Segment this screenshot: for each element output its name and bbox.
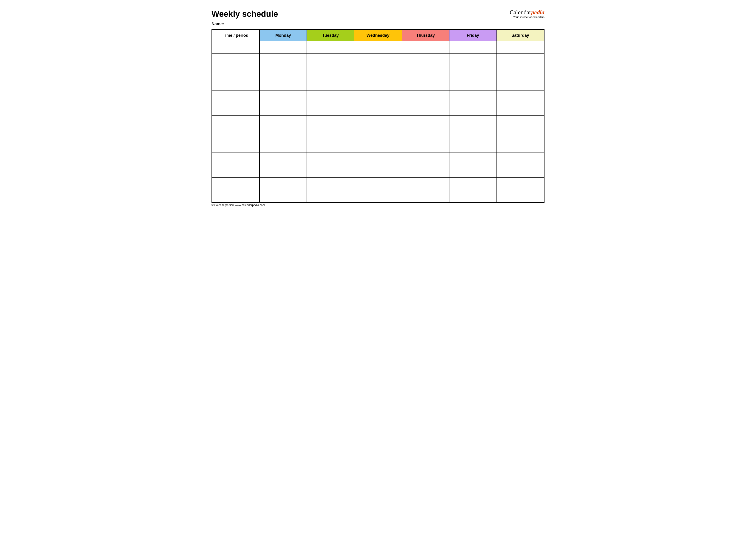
schedule-cell <box>402 165 449 178</box>
schedule-cell <box>354 91 402 103</box>
schedule-cell <box>307 53 354 66</box>
schedule-cell <box>449 116 497 128</box>
schedule-cell <box>497 128 544 140</box>
day-header-monday: Monday <box>259 30 307 41</box>
schedule-cell <box>402 103 449 116</box>
schedule-row <box>212 78 544 91</box>
schedule-cell <box>259 53 307 66</box>
schedule-row <box>212 140 544 153</box>
schedule-cell <box>402 128 449 140</box>
schedule-cell <box>259 140 307 153</box>
schedule-row <box>212 153 544 165</box>
schedule-cell <box>402 41 449 53</box>
schedule-cell <box>497 153 544 165</box>
schedule-cell <box>497 178 544 190</box>
schedule-cell <box>402 178 449 190</box>
schedule-row <box>212 190 544 202</box>
schedule-cell <box>402 190 449 202</box>
schedule-cell <box>307 66 354 78</box>
brand-logo: Calendarpedia Your source for calendars <box>509 9 544 19</box>
schedule-cell <box>354 165 402 178</box>
schedule-row <box>212 103 544 116</box>
day-header-wednesday: Wednesday <box>354 30 402 41</box>
time-cell <box>212 66 260 78</box>
schedule-cell <box>259 153 307 165</box>
schedule-cell <box>354 53 402 66</box>
schedule-cell <box>354 140 402 153</box>
schedule-table: Time / period MondayTuesdayWednesdayThur… <box>212 29 544 203</box>
schedule-cell <box>259 41 307 53</box>
schedule-cell <box>307 103 354 116</box>
schedule-cell <box>449 178 497 190</box>
schedule-cell <box>354 78 402 91</box>
schedule-cell <box>449 78 497 91</box>
time-cell <box>212 128 260 140</box>
logo-suffix: pedia <box>531 9 544 15</box>
schedule-row <box>212 66 544 78</box>
schedule-cell <box>354 103 402 116</box>
schedule-cell <box>402 140 449 153</box>
time-cell <box>212 91 260 103</box>
time-period-header: Time / period <box>212 30 260 41</box>
time-cell <box>212 78 260 91</box>
schedule-cell <box>449 165 497 178</box>
logo-tagline: Your source for calendars <box>509 16 544 19</box>
schedule-cell <box>449 53 497 66</box>
day-header-friday: Friday <box>449 30 497 41</box>
schedule-cell <box>449 41 497 53</box>
schedule-cell <box>402 78 449 91</box>
time-cell <box>212 140 260 153</box>
schedule-cell <box>307 165 354 178</box>
name-label: Name: <box>212 22 278 27</box>
schedule-row <box>212 128 544 140</box>
schedule-cell <box>259 190 307 202</box>
schedule-cell <box>497 140 544 153</box>
time-cell <box>212 53 260 66</box>
time-cell <box>212 103 260 116</box>
schedule-cell <box>307 91 354 103</box>
schedule-cell <box>497 165 544 178</box>
schedule-cell <box>259 165 307 178</box>
schedule-cell <box>449 190 497 202</box>
schedule-cell <box>497 91 544 103</box>
schedule-cell <box>259 116 307 128</box>
schedule-cell <box>497 66 544 78</box>
schedule-cell <box>449 140 497 153</box>
schedule-cell <box>497 190 544 202</box>
time-cell <box>212 41 260 53</box>
schedule-cell <box>307 78 354 91</box>
schedule-cell <box>497 53 544 66</box>
schedule-row <box>212 165 544 178</box>
schedule-cell <box>497 78 544 91</box>
schedule-cell <box>402 153 449 165</box>
logo-prefix: Calendar <box>509 9 531 15</box>
schedule-cell <box>354 178 402 190</box>
schedule-cell <box>354 153 402 165</box>
schedule-cell <box>307 153 354 165</box>
schedule-cell <box>449 91 497 103</box>
schedule-cell <box>402 66 449 78</box>
schedule-cell <box>307 128 354 140</box>
schedule-cell <box>307 116 354 128</box>
schedule-cell <box>354 116 402 128</box>
document-header: Weekly schedule Name: Calendarpedia Your… <box>212 9 544 27</box>
schedule-cell <box>354 66 402 78</box>
time-cell <box>212 190 260 202</box>
schedule-cell <box>497 41 544 53</box>
schedule-row <box>212 178 544 190</box>
schedule-cell <box>259 78 307 91</box>
schedule-cell <box>259 66 307 78</box>
schedule-cell <box>402 91 449 103</box>
footer-copyright: © Calendarpedia® www.calendarpedia.com <box>212 204 544 207</box>
time-cell <box>212 153 260 165</box>
schedule-cell <box>402 53 449 66</box>
schedule-cell <box>259 91 307 103</box>
schedule-row <box>212 116 544 128</box>
schedule-row <box>212 53 544 66</box>
schedule-cell <box>307 178 354 190</box>
schedule-cell <box>354 128 402 140</box>
schedule-cell <box>354 41 402 53</box>
schedule-cell <box>449 153 497 165</box>
page-title: Weekly schedule <box>212 9 278 19</box>
schedule-cell <box>449 103 497 116</box>
